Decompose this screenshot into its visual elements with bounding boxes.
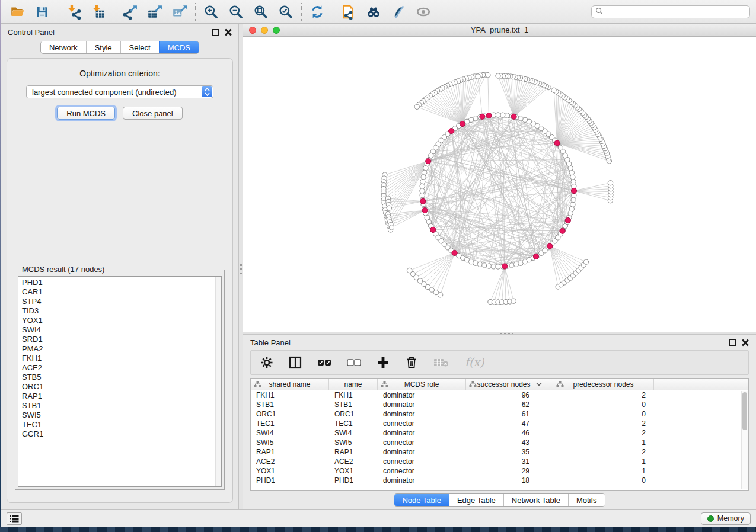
mcds-result-item[interactable]: CAR1 (18, 287, 214, 297)
network-node[interactable] (500, 113, 505, 117)
cell-MCDS-role[interactable]: dominator (378, 390, 466, 400)
cell-name[interactable]: TEC1 (329, 419, 378, 428)
network-node[interactable] (414, 104, 419, 109)
cell-shared-name[interactable]: YOX1 (251, 466, 329, 476)
tab-motifs[interactable]: Motifs (568, 494, 605, 506)
find-button[interactable] (363, 3, 384, 21)
network-node[interactable] (511, 299, 516, 303)
network-node[interactable] (387, 206, 391, 210)
table-row[interactable]: TEC1TEC1connector472 (251, 419, 748, 428)
mcds-result-item[interactable]: PMA2 (18, 344, 214, 354)
cell-successor-nodes[interactable]: 47 (466, 419, 553, 428)
mcds-dominator-node[interactable] (571, 188, 576, 193)
tab-style[interactable]: Style (86, 41, 120, 53)
network-node[interactable] (420, 179, 425, 184)
network-node[interactable] (420, 184, 425, 188)
table-row[interactable]: RAP1RAP1dominator352 (251, 447, 748, 457)
cell-successor-nodes[interactable]: 18 (466, 476, 553, 485)
network-node[interactable] (571, 197, 576, 202)
mcds-result-item[interactable]: SWI4 (18, 325, 214, 335)
mcds-result-item[interactable]: RAP1 (18, 392, 214, 401)
cell-predecessor-nodes[interactable]: 2 (553, 428, 654, 438)
cell-name[interactable]: SWI4 (329, 428, 378, 438)
network-node[interactable] (476, 74, 480, 79)
float-table-panel-button[interactable] (729, 339, 736, 346)
network-node[interactable] (570, 202, 575, 207)
column-header-name[interactable]: name (329, 379, 378, 390)
mcds-dominator-node[interactable] (560, 228, 565, 233)
mcds-dominator-node[interactable] (422, 208, 428, 213)
save-session-button[interactable] (32, 3, 52, 21)
memory-button[interactable]: Memory (701, 512, 751, 525)
cell-MCDS-role[interactable]: connector (378, 438, 466, 447)
status-menu-button[interactable] (7, 512, 22, 525)
cell-successor-nodes[interactable]: 62 (466, 400, 553, 409)
table-row[interactable]: STB1STB1dominator620 (251, 400, 748, 409)
mcds-dominator-node[interactable] (430, 227, 436, 232)
export-image-button[interactable] (170, 3, 190, 21)
network-node[interactable] (570, 175, 575, 180)
network-node[interactable] (422, 170, 427, 175)
cell-predecessor-nodes[interactable]: 2 (553, 390, 654, 400)
mcds-result-item[interactable]: STP4 (18, 297, 214, 306)
hide-graphics-button[interactable] (388, 3, 409, 21)
tab-edge-table[interactable]: Edge Table (449, 494, 503, 506)
column-header-shared-name[interactable]: shared name (251, 379, 329, 390)
network-node[interactable] (505, 113, 509, 118)
mcds-result-item[interactable]: PHD1 (18, 278, 214, 287)
network-node[interactable] (486, 73, 490, 78)
cell-predecessor-nodes[interactable]: 0 (553, 400, 654, 409)
add-column-icon[interactable] (377, 356, 390, 369)
column-header-MCDS-role[interactable]: MCDS role (378, 379, 466, 390)
cell-name[interactable]: YOX1 (329, 466, 378, 476)
refresh-button[interactable] (307, 3, 327, 21)
network-node[interactable] (583, 259, 588, 264)
cell-predecessor-nodes[interactable]: 2 (553, 419, 654, 428)
cell-shared-name[interactable]: SWI5 (251, 438, 329, 447)
deselect-all-columns-icon[interactable] (347, 358, 361, 367)
mcds-list-scrollbar[interactable] (215, 277, 221, 486)
cell-name[interactable]: STB1 (329, 400, 378, 409)
mcds-dominator-node[interactable] (502, 264, 508, 269)
cell-MCDS-role[interactable]: connector (378, 419, 466, 428)
cell-MCDS-role[interactable]: dominator (378, 400, 466, 409)
cell-predecessor-nodes[interactable]: 0 (553, 476, 654, 485)
table-row[interactable]: ORC1ORC1dominator610 (251, 409, 748, 419)
mcds-result-item[interactable]: GCR1 (18, 430, 214, 439)
network-node[interactable] (420, 188, 425, 193)
table-row[interactable]: ACE2ACE2connector311 (251, 457, 748, 466)
close-table-panel-button[interactable] (742, 339, 749, 346)
mcds-dominator-node[interactable] (565, 217, 570, 223)
cell-MCDS-role[interactable]: connector (378, 457, 466, 466)
column-header-predecessor-nodes[interactable]: predecessor nodes (553, 379, 654, 390)
mcds-result-item[interactable]: FKH1 (18, 354, 214, 363)
table-row[interactable]: PHD1PHD1dominator180 (251, 476, 748, 485)
network-node[interactable] (569, 206, 574, 211)
tab-network[interactable]: Network (41, 41, 86, 53)
mcds-result-item[interactable]: SWI5 (18, 411, 214, 420)
cell-predecessor-nodes[interactable]: 2 (553, 447, 654, 457)
mcds-dominator-node[interactable] (426, 158, 431, 164)
network-node[interactable] (496, 264, 500, 269)
column-header-successor-nodes[interactable]: successor nodes (466, 379, 553, 390)
zoom-fit-button[interactable] (251, 3, 271, 21)
network-node[interactable] (389, 225, 394, 230)
vertical-splitter[interactable] (238, 24, 243, 509)
tab-mcds[interactable]: MCDS (159, 41, 199, 53)
network-node[interactable] (496, 73, 500, 78)
table-scrollbar[interactable] (741, 391, 748, 489)
split-columns-icon[interactable] (289, 356, 302, 369)
import-network-button[interactable] (63, 3, 84, 21)
cell-name[interactable]: RAP1 (329, 447, 378, 457)
network-from-file-button[interactable] (339, 3, 359, 21)
network-node[interactable] (608, 181, 613, 185)
network-node[interactable] (491, 264, 496, 269)
cell-MCDS-role[interactable]: connector (378, 466, 466, 476)
mcds-dominator-node[interactable] (511, 114, 516, 119)
maximize-window-icon[interactable] (273, 27, 280, 34)
settings-icon[interactable] (260, 356, 273, 369)
cell-successor-nodes[interactable]: 31 (466, 457, 553, 466)
cell-shared-name[interactable]: ACE2 (251, 457, 329, 466)
cell-MCDS-role[interactable]: dominator (378, 447, 466, 457)
cell-successor-nodes[interactable]: 61 (466, 409, 553, 419)
